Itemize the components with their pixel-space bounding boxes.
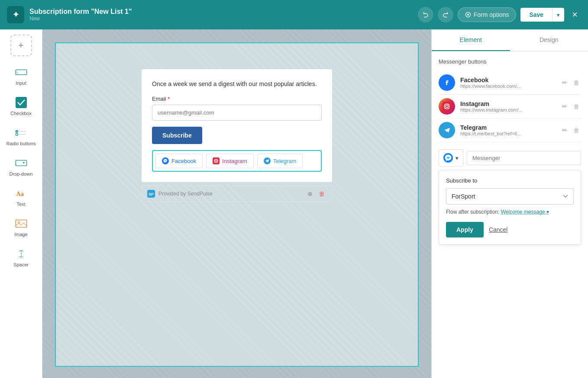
tab-design[interactable]: Design: [510, 29, 588, 51]
telegram-messenger-button[interactable]: Telegram: [257, 154, 303, 168]
instagram-icon: [439, 98, 455, 115]
sidebar-item-input[interactable]: Input: [4, 61, 39, 90]
page-title: Subscription form "New List 1": [29, 8, 413, 16]
sidebar-item-text[interactable]: Aa Text: [4, 183, 39, 211]
subscribe-button[interactable]: Subscribe: [152, 127, 202, 144]
sidebar-item-spacer[interactable]: Spacer: [4, 243, 39, 272]
sidebar-item-image[interactable]: Image: [4, 213, 39, 241]
topbar: ✦ Subscription form "New List 1" New For…: [0, 0, 588, 29]
svg-rect-10: [16, 160, 26, 166]
email-input[interactable]: [152, 105, 322, 121]
provided-by-row: SP Provided by SendPulse ⊕ 🗑: [142, 186, 332, 202]
image-icon: [12, 217, 31, 230]
facebook-icon: [439, 74, 455, 91]
telegram-edit-button[interactable]: ✏: [560, 126, 569, 135]
facebook-messenger-button[interactable]: Facebook: [155, 154, 203, 168]
popup-actions: Apply Cancel: [446, 222, 574, 237]
email-required-marker: *: [166, 96, 170, 102]
instagram-btn-label: Instagram: [222, 158, 247, 164]
tab-element[interactable]: Element: [432, 29, 510, 51]
input-icon: [12, 66, 31, 79]
left-sidebar: + Input Checkbox: [0, 29, 42, 378]
facebook-item-actions: ✏ 🗑: [560, 78, 581, 87]
dropdown-icon: [12, 157, 31, 170]
messenger-item-telegram: Telegram https://t.me/best_bot?ref=6... …: [439, 119, 581, 142]
svg-point-6: [16, 131, 17, 132]
form-description: Once a week we send a digest with our mo…: [152, 80, 322, 89]
facebook-delete-button[interactable]: 🗑: [572, 78, 581, 87]
panel-tabs: Element Design: [432, 29, 588, 51]
telegram-item-url: https://t.me/best_bot?ref=6...: [460, 131, 555, 136]
facebook-edit-button[interactable]: ✏: [560, 78, 569, 87]
provided-row-actions: ⊕ 🗑: [306, 189, 326, 198]
checkbox-icon: [12, 96, 31, 109]
save-dropdown-button[interactable]: ▾: [552, 8, 564, 22]
subscribe-to-select[interactable]: ForSport Default List Newsletter: [446, 188, 574, 205]
form-canvas: Once a week we send a digest with our mo…: [55, 42, 419, 367]
telegram-icon: [439, 122, 455, 138]
email-label: Email *: [152, 96, 322, 102]
topbar-actions: Form options Save ▾ ×: [418, 7, 581, 22]
save-button[interactable]: Save: [520, 8, 552, 22]
redo-button[interactable]: [438, 7, 453, 22]
svg-rect-12: [16, 220, 26, 227]
instagram-item-info: Instagram https://www.instagram.com/...: [460, 100, 555, 112]
form-options-button[interactable]: Form options: [458, 7, 517, 22]
messenger-item-instagram: Instagram https://www.instagram.com/... …: [439, 95, 581, 119]
canvas-area: Once a week we send a digest with our mo…: [42, 29, 431, 378]
provided-by-text: Provided by SendPulse: [158, 191, 213, 197]
instagram-messenger-button[interactable]: Instagram: [206, 154, 254, 168]
sidebar-item-radio-label: Radio buttons: [6, 141, 36, 146]
svg-text:SP: SP: [149, 192, 154, 196]
facebook-item-info: Facebook https://www.facebook.com/...: [460, 77, 555, 89]
save-button-group: Save ▾: [520, 8, 564, 22]
telegram-btn-label: Telegram: [273, 158, 296, 164]
close-button[interactable]: ×: [569, 7, 581, 22]
svg-point-15: [162, 157, 169, 164]
facebook-item-name: Facebook: [460, 77, 555, 83]
form-options-label: Form options: [474, 11, 509, 18]
subscribe-to-title: Subscribe to: [446, 177, 574, 184]
svg-point-19: [217, 159, 218, 160]
form-card: Once a week we send a digest with our mo…: [142, 69, 332, 182]
sidebar-item-image-label: Image: [14, 232, 28, 237]
sendpulse-icon: SP: [147, 190, 155, 198]
instagram-delete-button[interactable]: 🗑: [572, 102, 581, 111]
messenger-type-selector[interactable]: ▾: [439, 149, 463, 167]
right-panel: Element Design Messenger buttons Faceboo…: [431, 29, 588, 378]
svg-point-29: [443, 153, 453, 163]
sidebar-item-input-label: Input: [16, 80, 26, 86]
messenger-url-input[interactable]: [467, 151, 581, 165]
add-element-button[interactable]: +: [10, 35, 32, 56]
subscribe-to-popup: Subscribe to ForSport Default List Newsl…: [439, 170, 581, 245]
sidebar-item-text-label: Text: [16, 202, 25, 207]
spacer-icon: [12, 247, 31, 260]
apply-button[interactable]: Apply: [446, 222, 484, 237]
facebook-item-url: https://www.facebook.com/...: [460, 83, 555, 89]
sidebar-item-dropdown[interactable]: Drop-down: [4, 152, 39, 181]
sidebar-item-checkbox-label: Checkbox: [10, 111, 32, 116]
sidebar-item-radio-buttons[interactable]: Radio buttons: [4, 122, 39, 151]
svg-rect-24: [442, 102, 452, 111]
instagram-edit-button[interactable]: ✏: [560, 102, 569, 111]
svg-point-1: [467, 14, 469, 16]
messenger-item-facebook: Facebook https://www.facebook.com/... ✏ …: [439, 71, 581, 95]
delete-provided-button[interactable]: 🗑: [317, 189, 326, 198]
instagram-item-name: Instagram: [460, 100, 555, 107]
panel-body: Messenger buttons Facebook https://www.f…: [432, 51, 588, 378]
cancel-button[interactable]: Cancel: [489, 226, 508, 233]
add-messenger-row: ▾: [439, 149, 581, 167]
sidebar-item-checkbox[interactable]: Checkbox: [4, 92, 39, 120]
flow-after-link[interactable]: Welcome message ▾: [501, 209, 549, 215]
telegram-delete-button[interactable]: 🗑: [572, 126, 581, 135]
svg-text:Aa: Aa: [16, 191, 23, 197]
svg-point-8: [16, 133, 18, 135]
telegram-item-actions: ✏ 🗑: [560, 126, 581, 135]
telegram-item-info: Telegram https://t.me/best_bot?ref=6...: [460, 124, 555, 136]
undo-button[interactable]: [418, 7, 433, 22]
instagram-item-actions: ✏ 🗑: [560, 102, 581, 111]
page-subtitle: New: [29, 16, 413, 22]
messenger-buttons-section-title: Messenger buttons: [439, 58, 581, 65]
move-provided-button[interactable]: ⊕: [306, 189, 314, 198]
svg-point-27: [448, 104, 449, 105]
